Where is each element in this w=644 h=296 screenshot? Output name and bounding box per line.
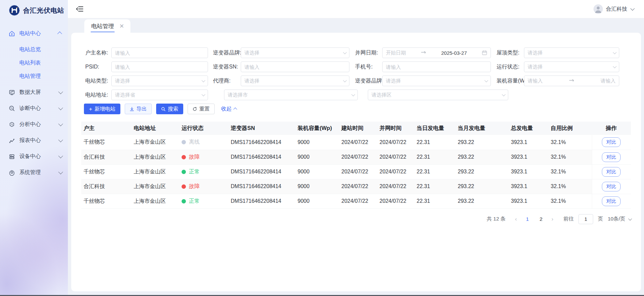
filter-row-1: 户主名称: 逆变器品牌: 请选择 并网日期: 开始日期 bbox=[71, 47, 641, 58]
inverter-brand-label: 逆变器品牌: bbox=[213, 49, 241, 56]
chevron-right-icon[interactable]: › bbox=[550, 216, 555, 223]
phone-input[interactable] bbox=[382, 61, 491, 72]
page-suffix-label: 页 bbox=[598, 215, 603, 223]
search-icon bbox=[161, 107, 166, 111]
brand: 合汇光伏电站 bbox=[0, 0, 68, 21]
export-button[interactable]: 导出 bbox=[125, 104, 152, 114]
action-bar: + 新增电站 导出 搜索 bbox=[84, 104, 641, 114]
sidebar-item-station-center[interactable]: 电站中心 bbox=[0, 27, 68, 40]
sidebar-item-report-center[interactable]: 报表中心 bbox=[0, 134, 68, 147]
capacity-range-input[interactable]: 请输入 请输入 bbox=[524, 76, 619, 86]
run-status-label: 运行状态: bbox=[497, 63, 524, 70]
address-province-select[interactable]: 请选择省 bbox=[111, 90, 208, 100]
page-size-select[interactable]: 10条/页 bbox=[608, 215, 631, 223]
add-station-button[interactable]: + 新增电站 bbox=[84, 104, 120, 114]
report-icon bbox=[9, 137, 15, 144]
tab-station-manage[interactable]: 电站管理 ✕ bbox=[84, 19, 130, 33]
sidebar-item-station-list[interactable]: 电站列表 bbox=[0, 56, 68, 69]
status-dot-icon bbox=[182, 184, 186, 189]
reset-button[interactable]: 重置 bbox=[188, 104, 215, 114]
address-city-select[interactable]: 请选择市 bbox=[224, 90, 358, 100]
goto-page-input[interactable] bbox=[578, 214, 593, 224]
chevron-down-icon bbox=[630, 6, 635, 11]
psid-label: PSID: bbox=[85, 64, 111, 70]
diagnose-icon bbox=[9, 105, 15, 112]
chevron-left-icon[interactable]: ‹ bbox=[514, 216, 518, 223]
inverter-brand-select[interactable]: 请选择 bbox=[241, 47, 349, 58]
grid-date-label: 并网日期: bbox=[355, 49, 382, 56]
table-row: 合汇科技 上海市金山区 故障 DMS1716462208414 9000 202… bbox=[81, 179, 631, 194]
brand-logo-icon bbox=[9, 5, 20, 16]
status-dot-icon bbox=[182, 170, 186, 174]
sidebar-item-data-screen[interactable]: 数据大屏 bbox=[0, 86, 68, 99]
status-badge: 离线 bbox=[182, 139, 226, 146]
page-number-1[interactable]: 1 bbox=[523, 216, 532, 222]
settings-icon bbox=[9, 169, 15, 176]
grid-date-end-value: 2025-03-27 bbox=[441, 50, 467, 56]
compare-button[interactable]: 对比 bbox=[602, 182, 621, 191]
inverter-brand2-select[interactable]: 请选择 bbox=[382, 76, 491, 86]
compare-button[interactable]: 对比 bbox=[602, 196, 621, 206]
search-button[interactable]: 搜索 bbox=[156, 104, 183, 114]
station-type-select[interactable]: 请选择 bbox=[111, 76, 208, 86]
chevron-down-icon bbox=[343, 79, 347, 82]
device-icon bbox=[9, 153, 15, 160]
compare-button[interactable]: 对比 bbox=[602, 167, 621, 177]
owner-name-label: 户主名称: bbox=[85, 49, 111, 56]
capacity-label: 装机容量(WP): bbox=[497, 78, 524, 85]
filter-row-2: PSID: 逆变器SN: 手机号: 运行状态: bbox=[71, 61, 641, 72]
goto-label: 前往 bbox=[563, 215, 574, 223]
chevron-down-icon bbox=[202, 93, 205, 96]
collapse-filters-link[interactable]: 收起 bbox=[221, 106, 237, 113]
owner-name-input[interactable] bbox=[111, 47, 208, 58]
content-area: 电站管理 ✕ 户主名称: 逆变器品牌: 请选择 bbox=[68, 18, 644, 296]
sidebar-item-system-manage[interactable]: 系统管理 bbox=[0, 166, 68, 179]
sidebar-item-station-overview[interactable]: 电站总览 bbox=[0, 43, 68, 56]
chevron-down-icon bbox=[613, 64, 617, 68]
run-status-select[interactable]: 请选择 bbox=[524, 61, 619, 72]
pagination: 共 12 条 ‹ 1 2 › 前往 页 10条/页 bbox=[71, 214, 631, 224]
compare-button[interactable]: 对比 bbox=[602, 152, 621, 162]
sidebar-item-station-manage[interactable]: 电站管理 bbox=[0, 69, 68, 83]
inverter-sn-input[interactable] bbox=[241, 61, 349, 72]
roof-type-label: 屋顶类型: bbox=[497, 49, 524, 56]
station-table: 户主 电站地址 运行状态 逆变器SN 装机容量(Wp) 建站时间 并网时间 当日… bbox=[81, 122, 631, 209]
status-badge: 故障 bbox=[182, 183, 226, 190]
plus-icon: + bbox=[89, 106, 92, 112]
chevron-up-icon bbox=[233, 108, 237, 111]
filter-form: 户主名称: 逆变器品牌: 请选择 并网日期: 开始日期 bbox=[71, 33, 641, 100]
sidebar-item-device-center[interactable]: 设备中心 bbox=[0, 150, 68, 163]
refresh-icon bbox=[193, 107, 197, 111]
table-row: 合汇科技 上海市金山区 故障 DMS1716462208414 9000 202… bbox=[81, 150, 631, 164]
station-manage-panel: 户主名称: 逆变器品牌: 请选择 并网日期: 开始日期 bbox=[71, 33, 641, 291]
dashboard-icon bbox=[9, 89, 15, 96]
chevron-down-icon bbox=[628, 216, 632, 220]
user-menu[interactable]: 合汇科技 bbox=[594, 4, 633, 14]
roof-type-select[interactable]: 请选择 bbox=[524, 47, 619, 58]
compare-button[interactable]: 对比 bbox=[602, 137, 621, 147]
sidebar-item-label: 电站中心 bbox=[19, 30, 59, 37]
chevron-down-icon bbox=[343, 50, 347, 54]
chevron-down-icon bbox=[613, 50, 617, 54]
sidebar-item-diagnose-center[interactable]: 诊断中心 bbox=[0, 102, 68, 115]
sidebar-item-analysis-center[interactable]: 分析中心 bbox=[0, 118, 68, 131]
calendar-icon bbox=[482, 50, 487, 55]
status-badge: 故障 bbox=[182, 154, 226, 161]
filter-row-4: 电站地址: 请选择省 请选择市 请选择区 bbox=[71, 90, 641, 100]
table-row: 千丝物芯 上海市金山区 正常 DMS1716462208414 9000 202… bbox=[81, 164, 631, 179]
psid-input[interactable] bbox=[111, 61, 208, 72]
chevron-down-icon bbox=[58, 122, 63, 126]
home-icon bbox=[9, 30, 15, 37]
address-district-select[interactable]: 请选择区 bbox=[368, 90, 508, 100]
chevron-down-icon bbox=[58, 90, 63, 94]
grid-date-range-picker[interactable]: 开始日期 2025-03-27 bbox=[382, 47, 491, 58]
chevron-down-icon bbox=[502, 93, 506, 96]
page-number-2[interactable]: 2 bbox=[537, 216, 546, 222]
agent-select[interactable]: 请选择 bbox=[241, 76, 349, 86]
analysis-icon bbox=[9, 121, 15, 128]
main-area: 合汇科技 电站管理 ✕ 户主名称: 逆变器品牌: bbox=[68, 0, 644, 296]
pagination-total: 共 12 条 bbox=[487, 215, 506, 223]
menu-fold-icon[interactable] bbox=[75, 5, 84, 13]
download-icon bbox=[130, 107, 134, 111]
close-icon[interactable]: ✕ bbox=[119, 23, 124, 29]
